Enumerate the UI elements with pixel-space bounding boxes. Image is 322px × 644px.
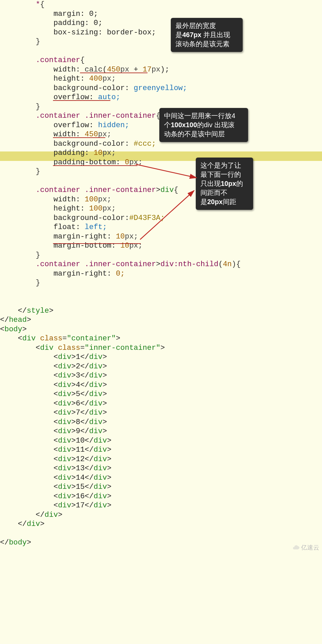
svg-line-0 [136,164,196,178]
underline-overflow-auto [53,100,110,101]
annotation-2: 中间这一层用来一行放4 个100x100的div 出现滚 动条的不是该中间层 [159,108,248,142]
arrow-1 [134,156,202,183]
cloud-icon [292,544,300,551]
underline-calc [80,73,147,73]
underline-width-450 [53,137,105,138]
annotation-1: 最外层的宽度 是467px 并且出现 滚动条的是该元素 [171,18,243,52]
arrow-2 [138,187,199,245]
code-block: *{ margin: 0; padding: 0; box-sizing: bo… [0,0,322,554]
underline-margin-bottom [53,243,141,244]
svg-line-1 [140,191,194,240]
underline-padding-bottom [53,165,137,166]
watermark: 亿速云 [292,544,319,552]
annotation-3: 这个是为了让 最下面一行的 只出现10px的 间距而不 是20px间距 [196,158,253,210]
